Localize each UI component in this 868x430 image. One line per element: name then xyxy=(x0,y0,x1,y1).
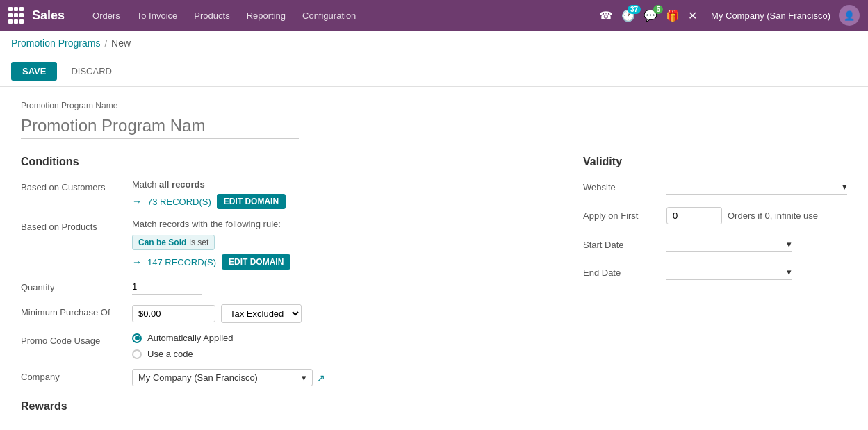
chat-icon[interactable]: 💬 5 xyxy=(644,9,657,22)
end-date-field-row: End Date ▾ xyxy=(583,265,847,280)
user-avatar[interactable]: 👤 xyxy=(839,5,860,26)
top-navigation: Sales Orders To Invoice Products Reporti… xyxy=(0,0,868,31)
min-purchase-value: Tax Excluded xyxy=(132,304,541,323)
company-field-row: Company My Company (San Francisco) ▾ ↗ xyxy=(21,369,541,386)
website-select[interactable]: ▾ xyxy=(666,179,847,195)
products-match-text: Match records with the following rule: xyxy=(132,219,541,229)
use-code-radio[interactable] xyxy=(132,349,142,359)
save-button[interactable]: SAVE xyxy=(11,62,57,81)
clock-icon[interactable]: 🕐 37 xyxy=(621,9,635,22)
nav-to-invoice[interactable]: To Invoice xyxy=(130,8,185,24)
products-label: Based on Products xyxy=(21,219,132,232)
products-record-row: → 147 RECORD(S) EDIT DOMAIN xyxy=(132,254,541,270)
filter-operator: is set xyxy=(189,238,208,247)
customers-label: Based on Customers xyxy=(21,179,132,192)
customers-edit-domain-button[interactable]: EDIT DOMAIN xyxy=(217,194,286,209)
apply-first-field-row: Apply on First Orders if 0, infinite use xyxy=(583,207,847,224)
apply-first-row: Orders if 0, infinite use xyxy=(666,207,847,224)
phone-icon[interactable]: ☎ xyxy=(599,9,613,22)
nav-configuration[interactable]: Configuration xyxy=(295,8,363,24)
form-body: Conditions Based on Customers Match all … xyxy=(21,156,847,424)
end-date-select[interactable]: ▾ xyxy=(666,265,792,280)
breadcrumb-link[interactable]: Promotion Programs xyxy=(11,38,100,49)
name-field-label: Promotion Program Name xyxy=(21,101,847,110)
end-date-label: End Date xyxy=(583,267,666,278)
start-date-value: ▾ xyxy=(666,237,847,252)
nav-products[interactable]: Products xyxy=(187,8,236,24)
wrench-icon[interactable]: ✕ xyxy=(688,9,697,22)
filter-tag: Can be Sold is set xyxy=(132,235,215,250)
nav-reporting[interactable]: Reporting xyxy=(240,8,293,24)
quantity-field-row: Quantity xyxy=(21,279,541,295)
promo-code-label: Promo Code Usage xyxy=(21,333,132,346)
apply-first-suffix: Orders if 0, infinite use xyxy=(728,210,818,221)
main-form: Promotion Program Name Conditions Based … xyxy=(0,87,868,430)
rewards-title: Rewards xyxy=(21,400,541,413)
products-record-count[interactable]: 147 RECORD(S) xyxy=(147,257,216,267)
auto-applied-label: Automatically Applied xyxy=(147,333,234,343)
validity-title: Validity xyxy=(583,156,847,168)
use-code-option[interactable]: Use a code xyxy=(132,349,541,359)
auto-applied-option[interactable]: Automatically Applied xyxy=(132,333,541,343)
customers-record-row: → 73 RECORD(S) EDIT DOMAIN xyxy=(132,194,541,209)
customers-value: Match all records → 73 RECORD(S) EDIT DO… xyxy=(132,179,541,209)
breadcrumb: Promotion Programs / New xyxy=(0,31,868,56)
nav-orders[interactable]: Orders xyxy=(85,8,127,24)
all-records-text: all records xyxy=(159,179,205,190)
action-bar: SAVE DISCARD xyxy=(0,56,868,87)
promo-code-field-row: Promo Code Usage Automatically Applied U… xyxy=(21,333,541,359)
start-date-select[interactable]: ▾ xyxy=(666,237,792,252)
start-date-label: Start Date xyxy=(583,240,666,250)
arrow-icon-products: → xyxy=(132,256,142,267)
quantity-input[interactable] xyxy=(132,279,202,295)
min-purchase-label: Minimum Purchase Of xyxy=(21,304,132,317)
promotion-name-input[interactable] xyxy=(21,113,299,139)
end-date-value: ▾ xyxy=(666,265,847,280)
company-value: My Company (San Francisco) ▾ ↗ xyxy=(132,369,541,386)
auto-applied-radio[interactable] xyxy=(132,333,142,343)
company-name: My Company (San Francisco) xyxy=(711,10,830,21)
arrow-icon: → xyxy=(132,196,142,207)
apply-first-label: Apply on First xyxy=(583,210,666,221)
products-edit-domain-button[interactable]: EDIT DOMAIN xyxy=(222,254,290,270)
chevron-down-icon-website: ▾ xyxy=(842,181,847,192)
min-purchase-input[interactable] xyxy=(132,305,215,322)
gift-icon[interactable]: 🎁 xyxy=(666,9,680,22)
use-code-label: Use a code xyxy=(147,349,193,359)
apply-first-input[interactable] xyxy=(666,207,722,224)
products-field-row: Based on Products Match records with the… xyxy=(21,219,541,270)
brand-name[interactable]: Sales xyxy=(32,8,65,23)
validity-section: Validity Website ▾ Apply on First Ord xyxy=(583,156,847,424)
discard-button[interactable]: DISCARD xyxy=(63,62,120,81)
purchase-row: Tax Excluded xyxy=(132,304,541,323)
nav-right-icons: ☎ 🕐 37 💬 5 🎁 ✕ My Company (San Francisco… xyxy=(599,5,860,26)
rewards-section: Rewards xyxy=(21,400,541,413)
chevron-down-icon: ▾ xyxy=(302,372,306,383)
breadcrumb-separator: / xyxy=(104,38,107,49)
chevron-down-icon-end: ▾ xyxy=(787,267,792,277)
form-name-section: Promotion Program Name xyxy=(21,101,847,139)
conditions-section: Conditions Based on Customers Match all … xyxy=(21,156,541,424)
website-field-row: Website ▾ xyxy=(583,179,847,195)
customers-record-count[interactable]: 73 RECORD(S) xyxy=(147,197,211,207)
grid-menu-icon[interactable] xyxy=(8,7,25,24)
chevron-down-icon-start: ▾ xyxy=(787,239,792,249)
external-link-icon[interactable]: ↗ xyxy=(317,372,325,383)
radio-group: Automatically Applied Use a code xyxy=(132,333,541,359)
website-label: Website xyxy=(583,182,666,192)
conditions-title: Conditions xyxy=(21,156,541,168)
products-value: Match records with the following rule: C… xyxy=(132,219,541,270)
breadcrumb-current: New xyxy=(111,38,131,49)
tax-select[interactable]: Tax Excluded xyxy=(221,304,302,323)
customers-field-row: Based on Customers Match all records → 7… xyxy=(21,179,541,209)
website-value: ▾ xyxy=(666,179,847,195)
company-select[interactable]: My Company (San Francisco) ▾ xyxy=(132,369,313,386)
nav-menu: Orders To Invoice Products Reporting Con… xyxy=(85,8,599,24)
apply-first-value: Orders if 0, infinite use xyxy=(666,207,847,224)
chat-badge: 5 xyxy=(653,5,663,14)
match-prefix: Match xyxy=(132,179,159,190)
min-purchase-field-row: Minimum Purchase Of Tax Excluded xyxy=(21,304,541,323)
filter-field-name: Can be Sold xyxy=(138,238,186,247)
company-row: My Company (San Francisco) ▾ ↗ xyxy=(132,369,541,386)
company-label: Company xyxy=(21,369,132,382)
